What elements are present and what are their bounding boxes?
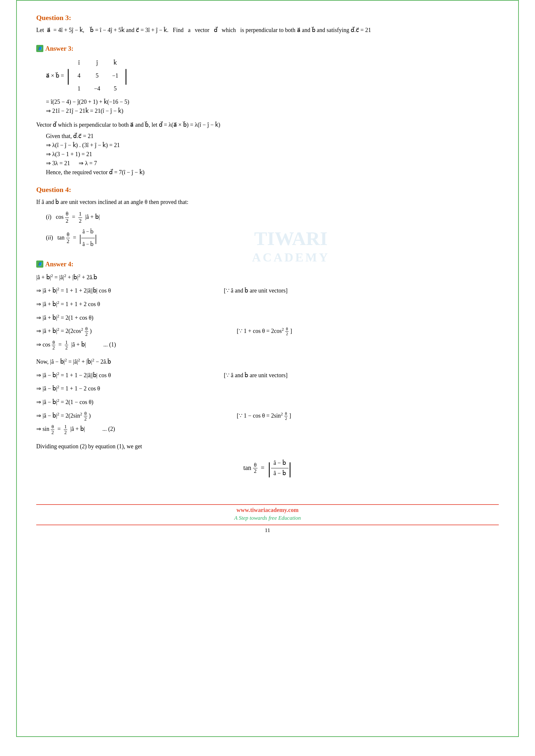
answer4-section: 📘 Answer 4: |â + b̂|2 = |â|2 + |b̂|2 + 2… — [36, 260, 499, 479]
answer3-given: Given that, d⃗.c⃗ = 21 — [46, 132, 499, 140]
footer-divider2 — [36, 525, 499, 525]
question4-part2: (ii) tan θ 2 = | â − b̂ â − b̂ | — [46, 226, 499, 251]
answer3-step3: ⇒ 3λ = 21 ⇒ λ = 7 — [46, 160, 499, 167]
final-tan-equation: tan θ 2 = | â − b̂ â − b̂ | — [36, 458, 499, 478]
logo-icon2: 📘 — [36, 260, 43, 268]
question3-title: Question 3: — [36, 14, 499, 22]
page: TIWARI ACADEMY Question 3: Let a⃗ = 4î +… — [16, 0, 519, 737]
logo-icon: 📘 — [36, 45, 43, 52]
answer3-step1: ⇒ λ(î − ĵ − k̂) . (3î + ĵ − k̂) = 21 — [46, 142, 499, 149]
footer: www.tiwariacademy.com A Step towards fre… — [36, 498, 499, 534]
answer3-step2: ⇒ λ(3 − 1 + 1) = 21 — [46, 150, 499, 158]
footer-divider — [36, 504, 499, 505]
footer-tagline: A Step towards free Education — [36, 515, 499, 521]
answer3-vector-text: Vector d⃗ which is perpendicular to both… — [36, 119, 499, 131]
page-number: 11 — [36, 527, 499, 534]
question3-section: Question 3: Let a⃗ = 4î + 5ĵ − k̂, b⃗ = … — [36, 14, 499, 35]
answer3-conclusion: Hence, the required vector d⃗ = 7(î − ĵ … — [46, 169, 499, 176]
answer3-line1: = î(25 − 4) − ĵ(20 + 1) + k̂(−16 − 5) — [46, 98, 499, 105]
answer3-line2: ⇒ 21î − 21ĵ − 21k̂ = 21(î − ĵ − k̂) — [46, 107, 499, 114]
answer4-part1-proof: |â + b̂|2 = |â|2 + |b̂|2 + 2â.b̂ ⇒ |â + … — [36, 271, 499, 479]
question4-text: If â and b̂ are unit vectors inclined at… — [36, 197, 499, 207]
dividing-text: Dividing equation (2) by equation (1), w… — [36, 440, 499, 453]
answer3-title: 📘 Answer 3: — [36, 45, 499, 52]
question4-part1: (i) cos θ 2 = 1 2 |â + b̂| — [46, 210, 499, 224]
question4-section: Question 4: If â and b̂ are unit vectors… — [36, 185, 499, 251]
question3-text: Let a⃗ = 4î + 5ĵ − k̂, b⃗ = î − 4ĵ + 5k̂… — [36, 25, 499, 35]
answer4-title: 📘 Answer 4: — [36, 260, 499, 268]
answer3-section: 📘 Answer 3: a⃗ × b⃗ = | îĵk̂ 45−1 1−45 |… — [36, 45, 499, 176]
matrix-equation: a⃗ × b⃗ = | îĵk̂ 45−1 1−45 | — [46, 56, 499, 96]
question4-title: Question 4: — [36, 185, 499, 194]
footer-url: www.tiwariacademy.com — [36, 507, 499, 514]
